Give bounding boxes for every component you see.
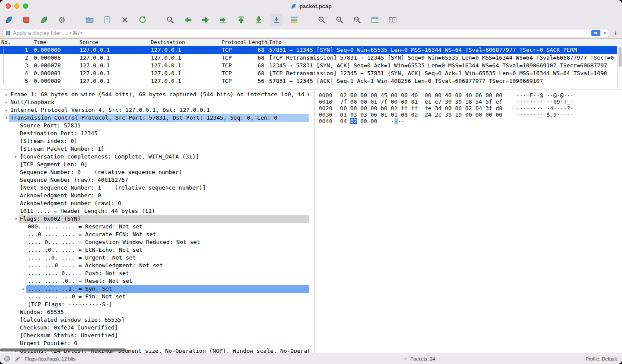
ascii-char[interactable]: · bbox=[520, 92, 523, 98]
capture-options-button[interactable]: ⚙ bbox=[56, 14, 68, 26]
packet-row[interactable]: 10.000000127.0.0.1127.0.0.1TCP6857831 → … bbox=[0, 46, 622, 54]
stop-capture-button[interactable] bbox=[20, 14, 32, 26]
zoom-original-button[interactable]: 1:1 bbox=[351, 14, 363, 26]
detail-row[interactable]: .... .0.. .... = ECN-Echo: Not set bbox=[0, 246, 314, 254]
ascii-char[interactable]: · bbox=[398, 118, 401, 124]
detail-row[interactable]: Acknowledgment number (raw): 0 bbox=[0, 199, 314, 207]
ascii-char[interactable]: _ bbox=[567, 98, 570, 105]
ascii-char[interactable]: · bbox=[516, 98, 520, 105]
display-filter-input[interactable]: Apply a display filter … <⌘/> ▾ bbox=[3, 29, 609, 37]
detail-row[interactable]: ▾Flags: 0x002 (SYN) bbox=[0, 215, 314, 223]
hex-byte[interactable]: 00 bbox=[371, 118, 378, 124]
packet-list-scrollbar[interactable] bbox=[617, 46, 622, 89]
hex-byte[interactable]: e7 bbox=[435, 98, 442, 105]
minimize-window-button[interactable] bbox=[14, 3, 19, 9]
detail-row[interactable]: Destination Port: 12345 bbox=[0, 130, 314, 137]
filter-bookmark-icon[interactable] bbox=[5, 30, 11, 36]
hex-byte[interactable]: 01 bbox=[411, 98, 418, 105]
go-to-packet-button[interactable] bbox=[217, 14, 229, 26]
ascii-char[interactable]: · bbox=[516, 111, 520, 118]
ascii-char[interactable]: · bbox=[540, 105, 543, 111]
hex-row[interactable]: 00107f 00 00 01 7f 00 00 01 e1 e7 30 39 … bbox=[319, 98, 622, 105]
expand-icon[interactable]: ▸ bbox=[4, 98, 9, 106]
hex-byte[interactable]: 00 bbox=[350, 92, 357, 98]
column-header-destination[interactable]: Destination bbox=[149, 39, 220, 46]
hex-byte[interactable]: 00 bbox=[391, 98, 398, 105]
column-header-time[interactable]: Time bbox=[32, 39, 78, 46]
zoom-out-button[interactable] bbox=[333, 14, 346, 26]
detail-row[interactable]: Source Port: 57831 bbox=[0, 122, 314, 130]
detail-row[interactable]: ...0 .... .... = Accurate ECN: Not set bbox=[0, 231, 314, 238]
hex-byte[interactable]: 00 bbox=[371, 92, 378, 98]
add-filter-button[interactable]: + bbox=[612, 29, 619, 37]
ascii-char[interactable]: E bbox=[530, 92, 533, 98]
detail-row[interactable]: ▾Transmission Control Protocol, Src Port… bbox=[0, 114, 314, 122]
hex-byte[interactable]: 2c bbox=[435, 111, 442, 118]
hex-byte[interactable]: 06 bbox=[371, 111, 378, 118]
hex-byte[interactable]: fe bbox=[425, 105, 432, 111]
ascii-char[interactable]: · bbox=[530, 111, 533, 118]
detail-row[interactable]: 000. .... .... = Reserved: Not set bbox=[0, 223, 314, 231]
expand-icon[interactable]: ▸ bbox=[4, 91, 9, 98]
hex-byte[interactable]: 40 bbox=[445, 92, 452, 98]
column-header-source[interactable]: Source bbox=[78, 39, 149, 46]
hex-byte[interactable]: ff bbox=[411, 105, 418, 111]
hex-byte[interactable]: 00 bbox=[486, 111, 492, 118]
hex-byte[interactable]: e1 bbox=[425, 98, 432, 105]
hex-byte[interactable]: 39 bbox=[445, 111, 452, 118]
hex-byte[interactable]: 02 bbox=[465, 105, 472, 111]
ascii-char[interactable]: · bbox=[557, 111, 560, 118]
column-header-info[interactable]: Info bbox=[268, 39, 622, 46]
auto-scroll-button[interactable] bbox=[270, 14, 282, 26]
hex-byte[interactable]: 08 bbox=[401, 111, 408, 118]
hex-row[interactable]: 000002 00 00 00 45 00 00 40 00 00 40 00 … bbox=[319, 92, 622, 98]
hex-byte[interactable]: 19 bbox=[455, 111, 462, 118]
detail-row[interactable]: ▸Internet Protocol Version 4, Src: 127.0… bbox=[0, 106, 314, 114]
hex-byte[interactable]: 7f bbox=[340, 98, 347, 105]
hex-byte[interactable]: 00 bbox=[350, 98, 357, 105]
details-horizontal-scrollbar[interactable] bbox=[0, 348, 126, 351]
detail-row[interactable]: Urgent Pointer: 0 bbox=[0, 339, 314, 347]
find-packet-button[interactable] bbox=[164, 14, 176, 26]
detail-row[interactable]: .... .... ...0 = Fin: Not set bbox=[0, 293, 314, 301]
detail-row[interactable]: ▸Frame 1: 68 bytes on wire (544 bits), 6… bbox=[0, 91, 314, 98]
detail-row[interactable]: [Stream index: 0] bbox=[0, 137, 314, 145]
hex-byte[interactable]: d8 bbox=[495, 105, 502, 111]
ascii-char[interactable]: · bbox=[567, 92, 570, 98]
hex-byte[interactable]: b0 bbox=[381, 105, 387, 111]
close-file-button[interactable] bbox=[119, 14, 131, 26]
hex-row[interactable]: 004004 02 00 00 ···· bbox=[319, 118, 622, 124]
hex-byte[interactable]: 34 bbox=[435, 105, 442, 111]
ascii-char[interactable]: · bbox=[536, 105, 540, 111]
hex-byte[interactable]: 40 bbox=[411, 92, 418, 98]
collapse-icon[interactable]: ▾ bbox=[13, 215, 19, 223]
ascii-char[interactable]: · bbox=[533, 92, 536, 98]
packet-row[interactable]: 40.000081127.0.0.1127.0.0.1TCP68[TCP Ret… bbox=[0, 70, 622, 77]
detail-row[interactable]: .... ..0. .... = Urgent: Not set bbox=[0, 254, 314, 262]
hex-byte[interactable]: 00 bbox=[486, 92, 492, 98]
hex-byte[interactable]: 02 bbox=[340, 92, 347, 98]
hex-byte[interactable]: 45 bbox=[381, 92, 387, 98]
ascii-char[interactable]: · bbox=[557, 92, 560, 98]
detail-row[interactable]: [TCP Flags: ··········S·] bbox=[0, 301, 314, 308]
ascii-char[interactable]: · bbox=[536, 92, 540, 98]
ascii-char[interactable]: · bbox=[546, 92, 550, 98]
hex-byte[interactable]: 00 bbox=[425, 92, 432, 98]
ascii-char[interactable]: · bbox=[553, 105, 557, 111]
packet-row[interactable]: 20.000008127.0.0.1127.0.0.1TCP68[TCP Ret… bbox=[0, 54, 622, 62]
status-profile[interactable]: Profile: Default bbox=[586, 356, 617, 361]
hex-byte[interactable]: 00 bbox=[475, 111, 482, 118]
ascii-char[interactable]: 0 bbox=[553, 98, 557, 105]
ascii-char[interactable]: 9 bbox=[553, 111, 557, 118]
detail-row[interactable]: [Checksum Status: Unverified] bbox=[0, 332, 314, 339]
hex-byte[interactable]: 00 bbox=[360, 98, 367, 105]
ascii-char[interactable]: · bbox=[520, 111, 523, 118]
detail-row[interactable]: Checksum: 0xfe34 [unverified] bbox=[0, 324, 314, 332]
detail-row[interactable]: ▸Null/Loopback bbox=[0, 98, 314, 106]
ascii-char[interactable]: · bbox=[570, 111, 574, 118]
hex-byte[interactable]: 02 bbox=[391, 105, 398, 111]
packet-row[interactable]: 50.000089127.0.0.1127.0.0.1TCP5657831 → … bbox=[0, 77, 622, 85]
column-header-length[interactable]: Length bbox=[248, 39, 268, 46]
hex-byte[interactable]: ff bbox=[401, 105, 408, 111]
ascii-char[interactable]: · bbox=[557, 105, 560, 111]
